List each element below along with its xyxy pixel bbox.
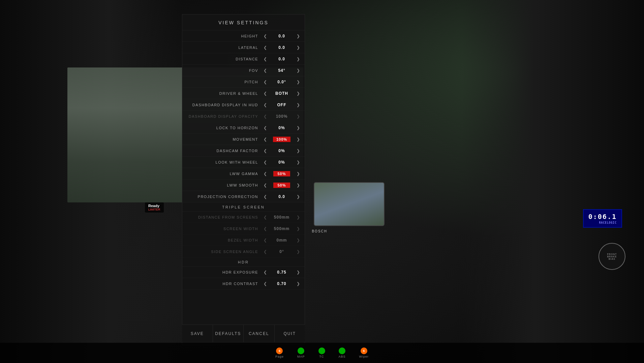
increase-button[interactable]: ❯ (295, 125, 301, 131)
row-label: LWW SMOOTH (186, 183, 262, 187)
row-value: 54° (268, 68, 295, 73)
row-value: 100% (268, 114, 295, 119)
row-value: 50% (268, 171, 295, 176)
decrease-button[interactable]: ❮ (262, 269, 268, 275)
decrease-button[interactable]: ❮ (262, 136, 268, 142)
decrease-button[interactable]: ❮ (262, 79, 268, 85)
row-label: LWW GAMMA (186, 172, 262, 176)
settings-row-lock-to-horizon: LOCK TO HORIZON❮0%❯ (182, 122, 305, 134)
increase-button[interactable]: ❯ (295, 281, 301, 287)
page-dot: 6 (276, 347, 283, 354)
racelogic-timer: 0:06.1 RACELOGIC (583, 209, 622, 228)
rear-view-screen (314, 182, 385, 226)
increase-button[interactable]: ❯ (295, 269, 301, 275)
decrease-button[interactable]: ❮ (262, 90, 268, 96)
settings-row-driver--wheel: DRIVER & WHEEL❮BOTH❯ (182, 88, 305, 99)
increase-button[interactable]: ❯ (295, 136, 301, 142)
row-value: 0% (268, 160, 295, 165)
action-buttons-bar: SAVE DEFAULTS CANCEL QUIT (182, 325, 305, 342)
increase-button[interactable]: ❯ (295, 79, 301, 85)
row-value: 0.0 (268, 57, 295, 61)
hud-page: 6 Page (275, 347, 284, 358)
increase-button[interactable]: ❯ (295, 148, 301, 154)
increase-button[interactable]: ❯ (295, 194, 301, 200)
triple-screen-rows: DISTANCE FROM SCREENS❮500mm❯SCREEN WIDTH… (182, 212, 305, 257)
map-label: MAP (297, 355, 305, 358)
hud-bar: 6 Page MAP TC ABS 6 Wiper (0, 343, 644, 363)
decrease-button[interactable]: ❮ (262, 214, 268, 220)
hud-wiper: 6 Wiper (359, 347, 369, 358)
row-label: LATERAL (186, 46, 262, 50)
decrease-button[interactable]: ❮ (262, 182, 268, 188)
decrease-button[interactable]: ❮ (262, 113, 268, 119)
decrease-button[interactable]: ❮ (262, 171, 268, 177)
increase-button[interactable]: ❯ (295, 67, 301, 74)
row-value: OFF (268, 103, 295, 107)
increase-button[interactable]: ❯ (295, 237, 301, 243)
decrease-button[interactable]: ❮ (262, 194, 268, 200)
settings-row-movement: MOVEMENT❮100%❯ (182, 134, 305, 145)
row-label: PROJECTION CORRECTION (186, 195, 262, 199)
settings-row-distance: DISTANCE❮0.0❯ (182, 53, 305, 65)
decrease-button[interactable]: ❮ (262, 67, 268, 74)
row-value: 0.0° (268, 80, 295, 84)
increase-button[interactable]: ❯ (295, 90, 301, 96)
row-label: LOCK TO HORIZON (186, 126, 262, 130)
settings-row-height: HEIGHT❮0.0❯ (182, 30, 305, 42)
row-label: DASHCAM FACTOR (186, 149, 262, 153)
decrease-button[interactable]: ❮ (262, 148, 268, 154)
decrease-button[interactable]: ❮ (262, 125, 268, 131)
decrease-button[interactable]: ❮ (262, 226, 268, 232)
increase-button[interactable]: ❯ (295, 226, 301, 232)
decrease-button[interactable]: ❮ (262, 237, 268, 243)
row-value: 500mm (268, 226, 295, 231)
settings-row-lww-gamma: LWW GAMMA❮50%❯ (182, 168, 305, 179)
row-label: HEIGHT (186, 34, 262, 38)
row-label: BEZEL WIDTH (186, 238, 262, 242)
hud-tc: TC (318, 347, 325, 358)
decrease-button[interactable]: ❮ (262, 102, 268, 108)
decrease-button[interactable]: ❮ (262, 45, 268, 51)
increase-button[interactable]: ❯ (295, 45, 301, 51)
increase-button[interactable]: ❯ (295, 182, 301, 188)
quit-button[interactable]: QUIT (275, 325, 305, 342)
increase-button[interactable]: ❯ (295, 214, 301, 220)
abs-label: ABS (339, 355, 346, 358)
settings-panel: VIEW SETTINGS HEIGHT❮0.0❯LATERAL❮0.0❯DIS… (182, 14, 305, 345)
row-label: MOVEMENT (186, 137, 262, 141)
decrease-button[interactable]: ❮ (262, 249, 268, 255)
settings-row-projection-correction: PROJECTION CORRECTION❮0.0❯ (182, 191, 305, 202)
increase-button[interactable]: ❯ (295, 33, 301, 39)
row-label: DISTANCE (186, 57, 262, 61)
increase-button[interactable]: ❯ (295, 159, 301, 165)
defaults-button[interactable]: DEFAULTS (213, 325, 244, 342)
decrease-button[interactable]: ❮ (262, 281, 268, 287)
settings-row-hdr-contrast: HDR CONTRAST❮0.70❯ (182, 278, 305, 289)
row-value: 0% (268, 148, 295, 153)
increase-button[interactable]: ❯ (295, 56, 301, 62)
section-hdr: HDR (182, 257, 305, 267)
decrease-button[interactable]: ❮ (262, 33, 268, 39)
increase-button[interactable]: ❯ (295, 102, 301, 108)
bosch-label: BOSCH (312, 229, 327, 233)
settings-row-screen-width: SCREEN WIDTH❮500mm❯ (182, 223, 305, 234)
cockpit-right-panel (462, 0, 644, 363)
save-button[interactable]: SAVE (182, 325, 213, 342)
cancel-button[interactable]: CANCEL (244, 325, 275, 342)
row-label: DRIVER & WHEEL (186, 91, 262, 95)
section-triple-screen: TRIPLE SCREEN (182, 202, 305, 212)
decrease-button[interactable]: ❮ (262, 56, 268, 62)
row-label: LOOK WITH WHEEL (186, 160, 262, 164)
hud-map: MAP (297, 347, 305, 358)
row-value: 0.0 (268, 45, 295, 50)
row-value: 50% (268, 183, 295, 188)
decrease-button[interactable]: ❮ (262, 159, 268, 165)
wiper-label: Wiper (359, 355, 369, 358)
row-label: PITCH (186, 80, 262, 84)
increase-button[interactable]: ❯ (295, 113, 301, 119)
settings-row-dashboard-display-in-hud: DASHBOARD DISPLAY IN HUD❮OFF❯ (182, 99, 305, 111)
increase-button[interactable]: ❯ (295, 249, 301, 255)
row-label: DISTANCE FROM SCREENS (186, 215, 262, 219)
increase-button[interactable]: ❯ (295, 171, 301, 177)
row-value: BOTH (268, 91, 295, 96)
